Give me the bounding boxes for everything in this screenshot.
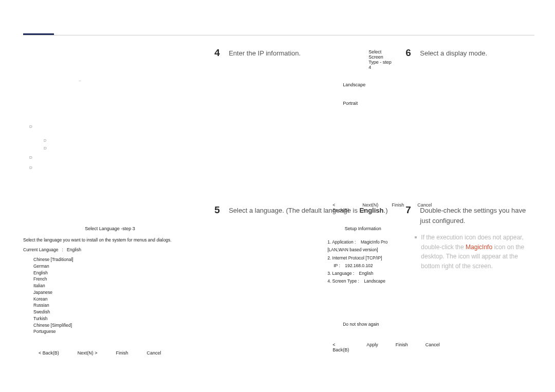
screen-type-options: Landscape Portrait [343,82,393,106]
list-item[interactable]: Portuguese [33,328,197,335]
current-language-value: English [67,247,81,252]
list-item[interactable]: Korean [33,296,197,303]
list-item[interactable]: Turkish [33,315,197,322]
current-language-label: Current Language [23,247,59,252]
faint-tilde: ~ [79,75,81,84]
setup-row-screentype: 4. Screen Type : Landscape [327,277,398,285]
list-item[interactable]: Chinese [Traditional] [33,256,197,263]
list-item[interactable]: French [33,276,197,283]
header-rule [23,35,534,35]
screen-type-title: Select Screen Type - step 4 [368,49,393,70]
back-button[interactable]: < Back(B) [39,350,59,356]
setup-ip-label: IP : [334,263,340,268]
column-1: ~ D D D D D Select Language -step 3 Sele… [23,47,202,371]
screen-type-panel: Select Screen Type - step 4 Landscape Po… [327,49,393,106]
step-4-number: 4 [214,47,229,59]
language-panel: Select Language -step 3 Select the langu… [23,226,197,356]
setup-row-ip: IP : 192.168.0.102 [334,262,398,270]
setup-row-protocol: 2. Internet Protocol [TCP/IP] [327,254,398,262]
apply-button[interactable]: Apply [366,342,378,352]
current-language-row: Current Language : English [23,247,197,252]
step-5-number: 5 [214,204,229,216]
language-buttons: < Back(B) Next(N) > Finish Cancel [23,350,197,356]
language-panel-desc: Select the language you want to install … [23,237,197,243]
setup-info-list: 1. Application : MagicInfo Pro [LAN,WAN … [327,238,398,286]
step-7-head: 7 Double-check the settings you have jus… [405,204,534,226]
faint-d-3: D [44,146,47,151]
step-6-number: 6 [405,47,420,59]
list-item[interactable]: Chinese [Simplified] [33,322,197,329]
back-button[interactable]: < Back(B) [332,202,349,213]
screen-option-portrait[interactable]: Portrait [343,101,393,106]
step-7-text: Double-check the settings you have just … [420,204,534,226]
faint-d-5: D [29,165,32,170]
step-7-number: 7 [405,204,420,216]
setup-row-application: 1. Application : MagicInfo Pro [LAN,WAN … [327,238,398,254]
setup-row-language: 3. Language : English [327,270,398,277]
setup-info-title: Setup Information [327,226,398,231]
content-columns: ~ D D D D D Select Language -step 3 Sele… [23,47,534,371]
note-brand: MagicInfo [466,244,492,251]
faint-d-1: D [29,124,32,129]
list-item[interactable]: English [33,270,197,276]
do-not-show-again[interactable]: Do not show again [343,322,398,327]
setup-app-label: 1. Application : [327,239,356,245]
setup-screen-value: Landscape [364,278,385,284]
step-6-text: Select a display mode. [420,47,487,59]
setup-lang-value: English [359,271,374,276]
column-3: 6 Select a display mode. 7 Double-check … [405,47,534,371]
faint-d-2: D [44,139,46,142]
back-button[interactable]: < Back(B) [332,342,349,352]
list-item[interactable]: Russian [33,302,197,309]
finish-button[interactable]: Finish [392,202,404,213]
list-item[interactable]: Japanese [33,289,197,296]
finish-button[interactable]: Finish [116,350,128,356]
setup-lang-label: 3. Language : [327,271,354,276]
cancel-button[interactable]: Cancel [147,350,161,356]
list-item[interactable]: German [33,263,197,270]
column-2: 4 Enter the IP information. 5 Select a l… [214,47,393,371]
setup-screen-label: 4. Screen Type : [327,278,359,284]
execution-note: If the execution icon does not appear, d… [415,233,534,271]
language-panel-title: Select Language -step 3 [23,226,197,231]
faint-d-4: D [29,155,32,160]
setup-info-panel: Setup Information 1. Application : Magic… [327,226,398,352]
language-list[interactable]: Chinese [Traditional] German English Fre… [33,256,197,335]
next-button[interactable]: Next(N) > [362,202,378,213]
next-button[interactable]: Next(N) > [78,350,98,356]
screen-option-landscape[interactable]: Landscape [343,82,393,87]
setup-buttons: < Back(B) Apply Finish Cancel [327,342,398,352]
step-4-text: Enter the IP information. [229,47,301,59]
setup-ip-value: 192.168.0.102 [345,263,373,268]
step-6-head: 6 Select a display mode. [405,47,534,59]
list-item[interactable]: Swedish [33,309,197,315]
list-item[interactable]: Italian [33,283,197,289]
